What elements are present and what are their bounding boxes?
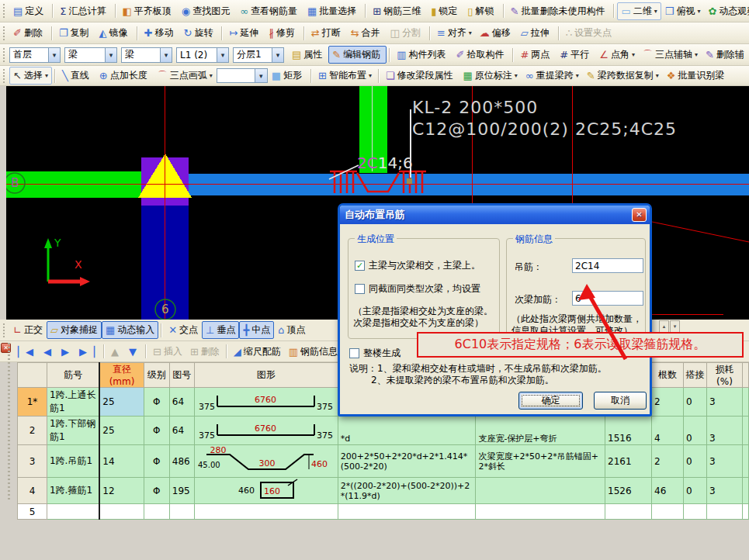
toolbar-button[interactable]: ∞ 查看钢筋量 — [236, 2, 303, 20]
toolbar-button[interactable]: ▦ 批量选择 — [303, 2, 362, 20]
grid-cell[interactable]: 195 — [169, 478, 194, 504]
toolbar-button[interactable]: ▱ 拉伸 — [517, 24, 556, 42]
rebar-shape-cell[interactable]: 375 6760 375 — [194, 417, 338, 445]
panel-grip[interactable] — [8, 343, 10, 501]
ok-button[interactable]: 确定 — [518, 392, 583, 410]
grid-cell[interactable]: 64 — [169, 417, 194, 445]
toolbar-button[interactable]: ⌒ 三点画弧 ▾ — [154, 67, 217, 85]
grid-cell[interactable]: 1526 — [605, 478, 652, 504]
chevron-down-icon[interactable]: ▾ — [105, 48, 116, 62]
toolbar-button[interactable]: ≡ 对齐 ▾ — [433, 24, 476, 42]
row-number[interactable]: 3 — [18, 445, 47, 478]
chevron-down-icon[interactable]: ▾ — [160, 48, 172, 62]
column-header[interactable]: 图号 — [169, 363, 194, 388]
row-number[interactable]: 2 — [18, 417, 47, 445]
toolbar-button[interactable]: ∠ 点角 ▾ — [595, 46, 639, 64]
grid-cell[interactable]: 12 — [99, 478, 144, 504]
whole-building-checkbox-row[interactable]: 整楼生成 — [349, 347, 401, 360]
grid-cell[interactable]: 3 — [706, 388, 742, 417]
column-header[interactable]: 搭接 — [683, 363, 706, 388]
toolbar-button[interactable]: ■ 矩形 — [268, 67, 308, 85]
toolbar-button[interactable]: ↻ 旋转 — [179, 24, 219, 42]
toolbar-button[interactable]: ❐ 复制 — [55, 24, 95, 42]
grid-cell[interactable]: 2 — [652, 445, 684, 478]
toolbar-button[interactable] — [217, 68, 268, 83]
checkbox-checked-icon[interactable]: ✓ — [355, 261, 365, 271]
grid-cell[interactable] — [99, 504, 144, 520]
grid-cell[interactable] — [652, 504, 684, 520]
grid-cell[interactable] — [47, 504, 99, 520]
grid-cell[interactable] — [169, 504, 194, 520]
rebar-shape-cell[interactable]: 375 6760 375 — [194, 388, 338, 417]
toolbar-button[interactable]: ▯ 解锁 — [463, 2, 500, 20]
grid-cell[interactable]: 3 — [706, 478, 742, 504]
dialog-titlebar[interactable]: 自动布置吊筋 ✕ — [340, 206, 650, 224]
toolbar-button[interactable]: ▥ 钢筋信息 — [285, 343, 342, 361]
toolbar-button[interactable]: ✐ 删除 — [9, 24, 49, 42]
toolbar-button[interactable]: ✎ 编辑钢筋 — [328, 46, 387, 64]
grid-cell[interactable]: 1跨.下部钢筋1 — [47, 417, 99, 445]
grid-cell[interactable]: 4 — [652, 417, 684, 445]
toolbar-button[interactable]: ▤ 属性 — [288, 46, 328, 64]
grid-cell[interactable]: 次梁宽度+2*50+2*吊筋锚固+2*斜长 — [476, 445, 605, 478]
column-header[interactable]: 图形 — [194, 363, 338, 388]
row-number[interactable]: 5 — [18, 504, 47, 520]
toolbar-button[interactable]: ◢ 缩尺配筋 — [230, 343, 285, 361]
column-header[interactable]: 根数 — [652, 363, 684, 388]
toolbar-scroll[interactable]: ▴▾ — [659, 320, 680, 333]
grid-cell[interactable]: 2 — [652, 388, 684, 417]
toolbar-button[interactable]: ∦ 修剪 — [265, 24, 301, 42]
toolbar-button[interactable]: ✎ 梁跨数据复制 ▾ — [583, 67, 663, 85]
grid-cell[interactable]: *d — [338, 417, 476, 445]
toolbar-button[interactable]: ▦ 原位标注 ▾ — [459, 67, 522, 85]
scroll-up-icon[interactable]: ▴ — [659, 320, 669, 333]
chevron-down-icon[interactable]: ▾ — [217, 48, 228, 62]
toolbar-button[interactable]: ∟ 正交 — [9, 321, 47, 339]
column-header[interactable]: 级别 — [144, 363, 169, 388]
grid-cell[interactable]: Φ — [144, 478, 169, 504]
toolbar-button[interactable]: ⊞ 智能布置 ▾ — [314, 67, 376, 85]
grid-cell[interactable] — [476, 504, 605, 520]
toolbar-button[interactable]: ⊟ 插入 — [149, 343, 186, 361]
grid-cell[interactable]: 64 — [169, 388, 194, 417]
toolbar-button[interactable]: Σ 汇总计算 — [56, 2, 112, 20]
toolbar-button[interactable]: ◉ 查找图元 — [178, 2, 236, 20]
toolbar-button[interactable]: ∴ 设置夹点 — [562, 24, 618, 42]
toolbar-button[interactable]: ⇄ 打断 — [307, 24, 347, 42]
beam-green-left[interactable] — [6, 171, 141, 198]
row-number[interactable]: 1* — [18, 388, 47, 417]
toolbar-button[interactable]: ▭ 二维 ▾ — [617, 2, 661, 20]
toolbar-button[interactable]: ▏◀ — [14, 344, 40, 359]
toolbar-button[interactable]: ⊕ 点加长度 — [95, 67, 154, 85]
hanging-rebar-input[interactable] — [572, 258, 643, 273]
toolbar-button[interactable]: ↖ 选择 ▾ — [9, 67, 52, 85]
toolbar-button[interactable]: ▦ 动态输入 — [102, 321, 158, 339]
grid-cell[interactable] — [683, 504, 706, 520]
grid-cell[interactable]: 1跨.上通长筋1 — [47, 388, 99, 417]
checkbox-unchecked-icon[interactable] — [355, 284, 365, 294]
toolbar-button[interactable]: ▼ — [125, 344, 143, 359]
grid-cell[interactable]: 200+2*50+2*20*d+2*1.414*(500-2*20) — [338, 445, 476, 478]
scroll-down-icon[interactable]: ▾ — [670, 320, 680, 333]
toolbar-button[interactable]: ⊥ 垂点 — [202, 321, 239, 339]
chevron-down-icon[interactable]: ▾ — [48, 48, 60, 62]
toolbar-button[interactable]: ▮ 锁定 — [427, 2, 463, 20]
grid-cell[interactable]: 支座宽-保护层+弯折 — [476, 417, 605, 445]
element-combo[interactable]: L1 (2)▾ — [176, 47, 229, 63]
grid-cell[interactable] — [194, 504, 338, 520]
grid-cell[interactable]: 0 — [683, 478, 706, 504]
toolbar-button[interactable]: ▥ 构件列表 — [393, 46, 452, 64]
toolbar-button[interactable]: ↦ 延伸 — [225, 24, 265, 42]
grid-cell[interactable]: 1跨.吊筋1 — [47, 445, 99, 478]
toolbar-button[interactable]: ▶ — [57, 344, 75, 359]
toolbar-button[interactable]: ◭ 镜像 — [95, 24, 134, 42]
layer-combo[interactable]: 分层1▾ — [233, 47, 284, 63]
toolbar-button[interactable]: ▶▕ — [75, 344, 101, 359]
grid-cell[interactable]: 0 — [683, 445, 706, 478]
category-combo[interactable]: 梁▾ — [64, 47, 117, 63]
beam-blue-main[interactable] — [189, 174, 749, 195]
grid-cell[interactable] — [706, 504, 742, 520]
toolbar-button[interactable]: ⇆ 合并 — [347, 24, 387, 42]
grid-cell[interactable]: 25 — [99, 388, 144, 417]
toolbar-button[interactable]: ✐ 拾取构件 — [453, 46, 511, 64]
